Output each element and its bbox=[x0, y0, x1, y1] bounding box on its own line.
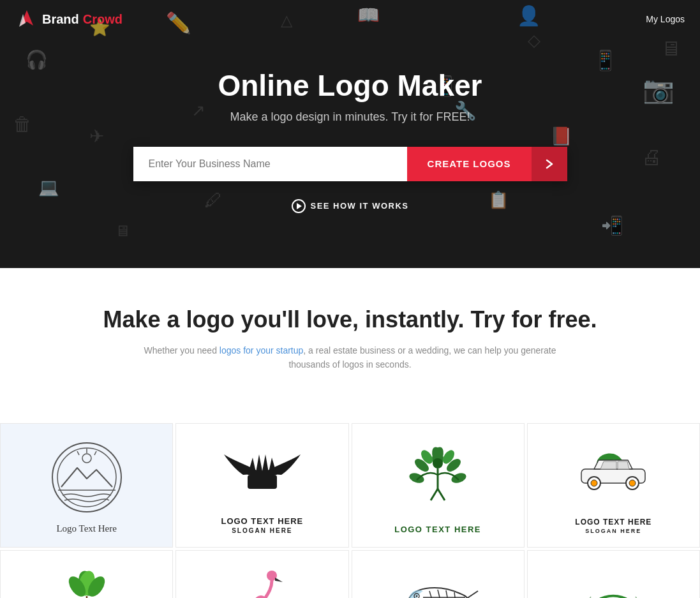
svg-point-17 bbox=[433, 458, 443, 468]
svg-line-43 bbox=[446, 590, 447, 597]
svg-line-39 bbox=[429, 591, 431, 597]
logo-card-1[interactable]: Logo Text Here bbox=[0, 423, 173, 548]
logo-card-name-3: LOGO TEXT HERE bbox=[394, 525, 481, 534]
logo-image-6 bbox=[237, 566, 288, 598]
logo-image-8 bbox=[578, 566, 648, 598]
bg-icon-paper-plane: ✈ bbox=[89, 128, 104, 146]
logo-image-5 bbox=[55, 566, 119, 598]
logo-image-2 bbox=[221, 439, 304, 509]
logo-card-name-2: LOGO TEXT HERE SLOGAN HERE bbox=[221, 516, 303, 534]
see-how-it-works-button[interactable]: SEE HOW IT WORKS bbox=[292, 199, 409, 213]
hero-title: Online Logo Maker bbox=[218, 68, 482, 103]
bg-icon-tablet: 📱 bbox=[593, 51, 617, 70]
svg-point-7 bbox=[82, 454, 91, 463]
brand-logo-icon bbox=[15, 8, 38, 31]
main-section: Make a logo you'll love, instantly. Try … bbox=[0, 268, 700, 423]
logo-card-name-1: Logo Text Here bbox=[56, 523, 116, 534]
svg-point-20 bbox=[591, 480, 597, 486]
fish-skeleton-logo bbox=[396, 573, 479, 598]
header: BrandCrowd My Logos bbox=[0, 0, 700, 38]
logo-card-6[interactable]: Logo Text Here bbox=[175, 550, 348, 598]
car-green-logo bbox=[572, 449, 655, 500]
bg-icon-mobile: 📲 bbox=[601, 217, 623, 235]
svg-point-22 bbox=[629, 480, 636, 486]
svg-line-41 bbox=[438, 590, 440, 597]
logo-grid: Logo Text Here LOGO TEXT HERE SLOGAN HER… bbox=[0, 423, 700, 598]
bg-icon-cursor: ↗ bbox=[191, 102, 205, 119]
mountain-circle-logo bbox=[48, 439, 125, 516]
arrow-right-icon bbox=[544, 159, 555, 169]
bg-icon-headphones: 🎧 bbox=[26, 51, 48, 69]
logo-image-7 bbox=[396, 566, 479, 598]
section-title: Make a logo you'll love, instantly. Try … bbox=[13, 306, 687, 333]
logo-brand-text: Brand bbox=[42, 12, 79, 27]
bg-icon-trash: 🗑 bbox=[13, 115, 32, 134]
my-logos-link[interactable]: My Logos bbox=[646, 14, 685, 24]
svg-rect-8 bbox=[248, 475, 277, 489]
logo-card-name-4: LOGO TEXT HERE SLOGAN HERE bbox=[575, 518, 652, 534]
dark-crown-logo bbox=[221, 442, 304, 505]
play-icon bbox=[292, 199, 306, 213]
bg-icon-monitor: 🖥 bbox=[660, 38, 681, 59]
see-how-label: SEE HOW IT WORKS bbox=[311, 201, 409, 211]
flamingo-logo bbox=[237, 568, 288, 598]
svg-line-6 bbox=[77, 451, 79, 455]
logo-card-5[interactable]: LOGO TEXT HERE SLOGAN HERE bbox=[0, 550, 173, 598]
svg-point-37 bbox=[416, 595, 418, 597]
hero-section: ✏️ 📖 👤 🖥 ⭐ 🎧 △ 📱 📷 🗑 ✈ ↗ 📕 🖨 💻 🖊 📋 📲 🖥 📱… bbox=[0, 0, 700, 268]
create-logos-arrow-button[interactable] bbox=[532, 147, 567, 181]
hero-subtitle: Make a logo design in minutes. Try it fo… bbox=[230, 110, 470, 124]
plant-pot-logo bbox=[55, 567, 119, 598]
logo-image-3 bbox=[403, 439, 473, 517]
create-logos-button[interactable]: CREATE LOGOS bbox=[407, 147, 532, 181]
business-name-input[interactable] bbox=[133, 147, 407, 181]
svg-point-13 bbox=[408, 471, 425, 484]
bg-icon-clipboard: 📋 bbox=[488, 191, 509, 208]
svg-point-3 bbox=[57, 448, 116, 507]
bg-icon-nib: 🖊 bbox=[204, 191, 222, 209]
logo-image-4 bbox=[572, 439, 655, 510]
bg-icon-printer: 🖨 bbox=[641, 147, 662, 167]
logos-link[interactable]: logos for your startup bbox=[220, 345, 304, 355]
bg-icon-camera: 📷 bbox=[643, 77, 674, 102]
logo-card-2[interactable]: LOGO TEXT HERE SLOGAN HERE bbox=[175, 423, 348, 548]
svg-line-45 bbox=[454, 592, 455, 597]
green-tree-person-logo bbox=[403, 443, 473, 513]
watermelon-logo bbox=[578, 574, 648, 598]
section-subtitle: Whether you need logos for your startup,… bbox=[127, 343, 574, 372]
bg-icon-book2: 📕 bbox=[550, 128, 572, 146]
logo-card-7[interactable]: Logo Text Here Slogan Here bbox=[352, 550, 525, 598]
svg-line-5 bbox=[94, 451, 96, 455]
logo-card-4[interactable]: LOGO TEXT HERE SLOGAN HERE bbox=[527, 423, 700, 548]
bg-icon-computer: 💻 bbox=[38, 179, 59, 195]
logo-crowd-text: Crowd bbox=[83, 12, 123, 27]
play-triangle bbox=[297, 203, 302, 209]
hero-bg-icons: ✏️ 📖 👤 🖥 ⭐ 🎧 △ 📱 📷 🗑 ✈ ↗ 📕 🖨 💻 🖊 📋 📲 🖥 📱… bbox=[0, 0, 700, 268]
brand-logo[interactable]: BrandCrowd bbox=[15, 8, 123, 31]
bg-icon-monitor2: 🖥 bbox=[115, 223, 130, 239]
svg-point-14 bbox=[450, 471, 467, 484]
logo-card-3[interactable]: LOGO TEXT HERE bbox=[352, 423, 525, 548]
search-bar: CREATE LOGOS bbox=[133, 147, 567, 181]
logo-image-1 bbox=[48, 439, 125, 516]
logo-card-8[interactable]: LOGO TEXT HERE bbox=[527, 550, 700, 598]
